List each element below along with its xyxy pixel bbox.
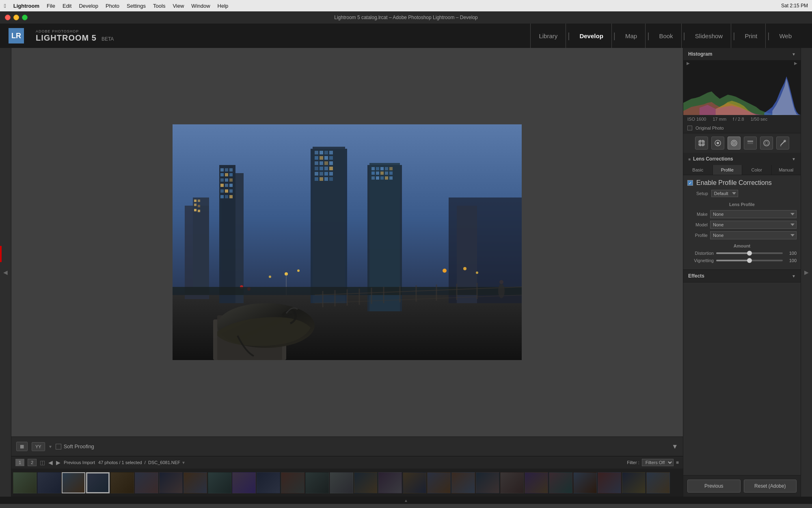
tab-slideshow[interactable]: Slideshow bbox=[687, 24, 731, 48]
film-thumb-8[interactable] bbox=[184, 472, 207, 493]
adjustment-brush-icon[interactable] bbox=[776, 137, 789, 150]
menu-edit[interactable]: Edit bbox=[63, 3, 71, 9]
filename-dropdown-arrow[interactable]: ▼ bbox=[181, 460, 186, 465]
menu-window[interactable]: Window bbox=[191, 3, 210, 9]
menu-help[interactable]: Help bbox=[218, 3, 229, 9]
svg-rect-7 bbox=[198, 205, 200, 207]
profile-select[interactable]: None bbox=[710, 231, 797, 239]
close-button[interactable] bbox=[5, 15, 11, 20]
left-panel-toggle[interactable]: ◀ bbox=[0, 48, 11, 497]
filmstrip-expand-icon[interactable]: ■ bbox=[676, 460, 679, 465]
vignetting-thumb[interactable] bbox=[747, 258, 752, 263]
original-photo-checkbox[interactable] bbox=[687, 126, 692, 130]
menu-file[interactable]: File bbox=[47, 3, 55, 9]
soft-proofing-row[interactable]: Soft Proofing bbox=[56, 443, 94, 449]
film-thumb-25[interactable] bbox=[598, 472, 621, 493]
distortion-slider[interactable] bbox=[716, 252, 783, 254]
film-thumb-15[interactable] bbox=[354, 472, 378, 493]
film-thumb-27[interactable] bbox=[646, 472, 670, 493]
spot-removal-icon[interactable] bbox=[711, 137, 724, 150]
film-thumb-20[interactable] bbox=[476, 472, 499, 493]
filmstrip-next-btn[interactable]: ▶ bbox=[56, 459, 60, 466]
lens-tab-profile[interactable]: Profile bbox=[713, 165, 743, 175]
soft-proofing-checkbox[interactable] bbox=[56, 444, 61, 449]
menu-view[interactable]: View bbox=[173, 3, 184, 9]
crop-tool-icon[interactable] bbox=[695, 137, 708, 150]
tab-library[interactable]: Library bbox=[530, 24, 566, 48]
film-thumb-22[interactable] bbox=[525, 472, 548, 493]
tab-web[interactable]: Web bbox=[771, 24, 800, 48]
model-select[interactable]: None bbox=[710, 221, 797, 229]
histogram-arrow: ▼ bbox=[792, 52, 796, 56]
lens-tab-manual[interactable]: Manual bbox=[772, 165, 801, 175]
film-thumb-5[interactable] bbox=[110, 472, 134, 493]
vignetting-slider[interactable] bbox=[716, 260, 783, 261]
film-thumb-23[interactable] bbox=[549, 472, 572, 493]
film-thumb-24[interactable] bbox=[573, 472, 597, 493]
view-mode-button[interactable]: ▦ bbox=[16, 442, 28, 451]
menu-tools[interactable]: Tools bbox=[153, 3, 165, 9]
film-thumb-10[interactable] bbox=[232, 472, 256, 493]
enable-corrections-row: ✓ Enable Profile Corrections bbox=[687, 179, 797, 187]
enable-corrections-checkbox[interactable]: ✓ bbox=[687, 180, 693, 186]
film-thumb-2[interactable] bbox=[37, 472, 61, 493]
reset-button[interactable]: Reset (Adobe) bbox=[744, 480, 797, 493]
graduated-filter-icon[interactable] bbox=[744, 137, 757, 150]
filter-select[interactable]: Filters Off bbox=[642, 459, 674, 466]
radial-filter-icon[interactable] bbox=[760, 137, 773, 150]
clip-shadow-btn[interactable]: ▶ bbox=[687, 61, 690, 65]
main-photo-container bbox=[173, 124, 522, 360]
expand-button[interactable]: ▼ bbox=[672, 443, 678, 450]
make-select[interactable]: None bbox=[710, 210, 797, 218]
film-thumb-9[interactable] bbox=[208, 472, 231, 493]
distortion-thumb[interactable] bbox=[747, 251, 752, 256]
lens-corrections-header[interactable]: ■ Lens Corrections ▼ bbox=[683, 153, 801, 165]
film-thumb-11[interactable] bbox=[257, 472, 280, 493]
film-thumb-4[interactable] bbox=[86, 472, 110, 493]
film-thumb-26[interactable] bbox=[622, 472, 646, 493]
yy-button[interactable]: YY bbox=[32, 442, 45, 451]
film-thumb-14[interactable] bbox=[330, 472, 353, 493]
film-thumb-1[interactable] bbox=[13, 472, 37, 493]
lens-tab-basic[interactable]: Basic bbox=[683, 165, 713, 175]
tab-book[interactable]: Book bbox=[651, 24, 681, 48]
filmstrip-grid-icon[interactable]: ◫ bbox=[40, 459, 45, 466]
filmstrip-page-1[interactable]: 1 bbox=[15, 459, 24, 466]
svg-rect-41 bbox=[320, 161, 323, 165]
tab-map[interactable]: Map bbox=[617, 24, 646, 48]
menu-settings[interactable]: Settings bbox=[127, 3, 146, 9]
maximize-button[interactable] bbox=[22, 15, 28, 20]
right-panel-toggle[interactable]: ▶ bbox=[801, 48, 812, 497]
tab-print[interactable]: Print bbox=[736, 24, 766, 48]
previous-button[interactable]: Previous bbox=[687, 480, 741, 493]
film-thumb-19[interactable] bbox=[451, 472, 475, 493]
menu-develop[interactable]: Develop bbox=[79, 3, 98, 9]
film-thumb-6[interactable] bbox=[135, 472, 158, 493]
film-thumb-3[interactable] bbox=[62, 472, 85, 493]
setup-select[interactable]: Default Auto Custom bbox=[711, 190, 738, 197]
bottom-expand-arrow[interactable]: ▲ bbox=[404, 498, 408, 503]
panel-spacer bbox=[683, 282, 801, 475]
histogram-header[interactable]: Histogram ▼ bbox=[683, 48, 801, 60]
distortion-row: Distortion 100 bbox=[687, 251, 797, 256]
filmstrip-page-2[interactable]: 2 bbox=[28, 459, 37, 466]
apple-menu[interactable]:  bbox=[4, 3, 6, 9]
photo-area bbox=[11, 48, 683, 436]
minimize-button[interactable] bbox=[13, 15, 19, 20]
film-thumb-12[interactable] bbox=[281, 472, 304, 493]
lens-tab-color[interactable]: Color bbox=[742, 165, 772, 175]
menu-photo[interactable]: Photo bbox=[106, 3, 119, 9]
clip-highlight-btn[interactable]: ▶ bbox=[794, 61, 797, 65]
redeye-icon[interactable] bbox=[728, 137, 741, 150]
filmstrip-prev-btn[interactable]: ◀ bbox=[48, 459, 53, 466]
film-thumb-13[interactable] bbox=[305, 472, 329, 493]
effects-header[interactable]: Effects ▼ bbox=[683, 270, 801, 282]
film-thumb-17[interactable] bbox=[403, 472, 426, 493]
tab-develop[interactable]: Develop bbox=[571, 24, 611, 48]
film-thumb-18[interactable] bbox=[427, 472, 451, 493]
film-thumb-21[interactable] bbox=[500, 472, 524, 493]
film-thumb-7[interactable] bbox=[159, 472, 183, 493]
app-menu-name[interactable]: Lightroom bbox=[13, 3, 39, 9]
film-thumb-16[interactable] bbox=[378, 472, 402, 493]
lens-corrections-arrow: ▼ bbox=[792, 157, 796, 161]
